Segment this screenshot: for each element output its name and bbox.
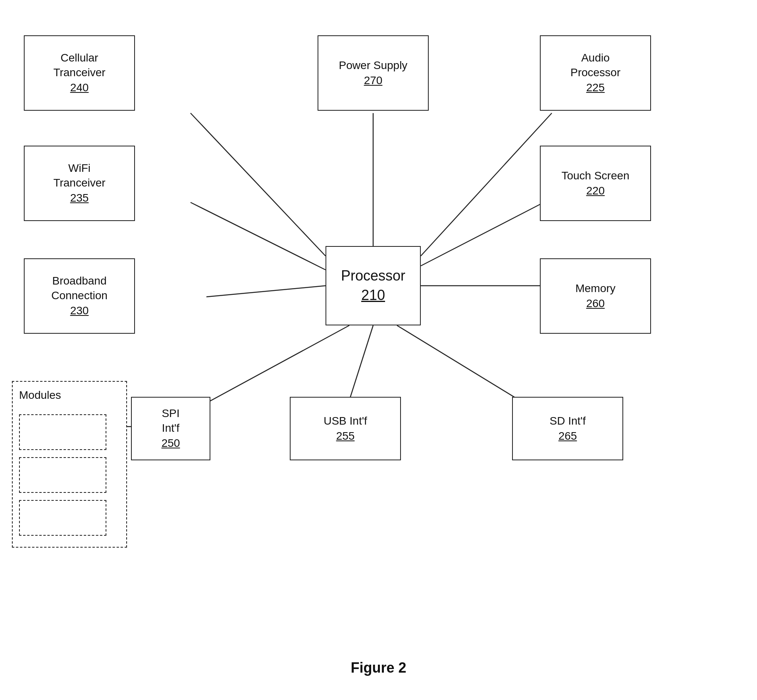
audio-processor-node: AudioProcessor 225 [540,35,651,111]
modules-outer-node: Modules [12,381,127,548]
broadband-label: BroadbandConnection [51,274,108,303]
broadband-node: BroadbandConnection 230 [24,258,135,334]
modules-inner-2 [19,457,106,493]
svg-line-1 [421,113,552,256]
wifi-id: 235 [70,191,89,205]
processor-label: Processor [341,267,405,285]
sd-id: 265 [559,429,577,443]
touch-screen-node: Touch Screen 220 [540,146,651,221]
figure-caption: Figure 2 [0,660,757,676]
usb-id: 255 [336,429,355,443]
diagram: Processor 210 Power Supply 270 AudioProc… [0,0,757,700]
spi-node: SPIInt'f 250 [131,397,210,460]
cellular-node: CellularTranceiver 240 [24,35,135,111]
processor-id: 210 [361,286,385,305]
cellular-label: CellularTranceiver [53,51,105,80]
power-supply-id: 270 [364,73,383,88]
sd-label: SD Int'f [550,414,586,428]
svg-line-5 [191,202,326,270]
modules-inner-3 [19,500,106,536]
touch-screen-id: 220 [586,184,605,198]
wifi-label: WiFiTranceiver [53,161,105,190]
modules-inner-1 [19,414,106,450]
sd-node: SD Int'f 265 [512,397,623,460]
memory-label: Memory [575,281,615,296]
power-supply-node: Power Supply 270 [318,35,429,111]
memory-node: Memory 260 [540,258,651,334]
audio-processor-id: 225 [586,81,605,95]
svg-line-2 [421,202,544,266]
svg-line-4 [191,113,326,256]
broadband-id: 230 [70,304,89,318]
wifi-node: WiFiTranceiver 235 [24,146,135,221]
memory-id: 260 [586,296,605,311]
audio-processor-label: AudioProcessor [570,51,620,80]
cellular-id: 240 [70,81,89,95]
power-supply-label: Power Supply [339,58,408,73]
svg-line-6 [206,286,326,297]
usb-node: USB Int'f 255 [290,397,401,460]
usb-label: USB Int'f [324,414,367,428]
spi-id: 250 [162,436,180,450]
spi-label: SPIInt'f [162,406,179,435]
touch-screen-label: Touch Screen [561,169,629,183]
modules-label: Modules [19,388,61,402]
processor-node: Processor 210 [326,246,421,325]
